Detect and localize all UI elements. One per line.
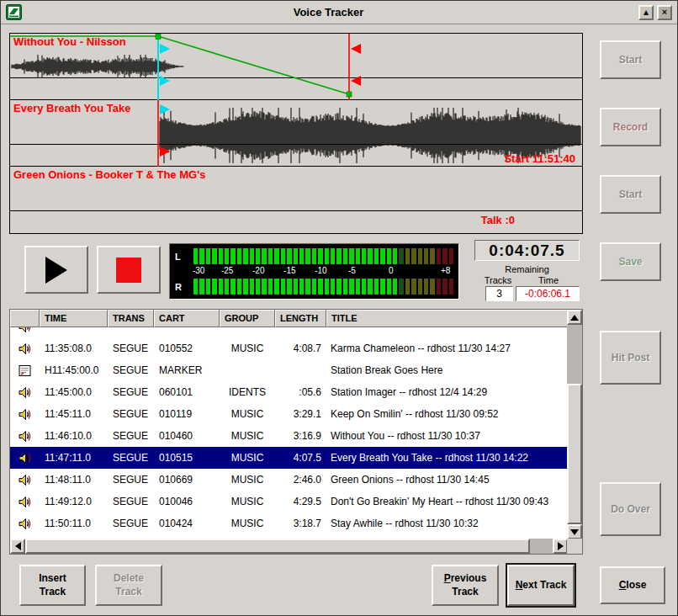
table-row[interactable]	[10, 327, 568, 337]
cell-trans: SEGUE	[108, 474, 154, 486]
talk-time-label: Talk :0	[481, 214, 515, 226]
header-cell-trans[interactable]: TRANS	[108, 310, 154, 327]
cell-trans: SEGUE	[108, 518, 154, 529]
table-row[interactable]: 11:50:11.0 SEGUE 010424 MUSIC 3:18.7 Sta…	[10, 512, 568, 534]
remaining-tracks-label: Tracks	[476, 275, 520, 285]
envelope-handle	[347, 92, 352, 97]
cell-time: 11:45:00.0	[40, 386, 108, 398]
cell-title: Without You -- rdhost 11/30 10:37	[326, 430, 568, 442]
track-panel-1[interactable]: Without You - Nilsson	[10, 34, 582, 100]
table-row[interactable]: 11:47:11.0 SEGUE 010515 MUSIC 4:07.5 Eve…	[10, 447, 568, 469]
horizontal-scrollbar[interactable]	[10, 539, 568, 554]
header-cell-time[interactable]: TIME	[40, 310, 108, 327]
meter-scale-label: -15	[283, 266, 295, 275]
header-cell-cart[interactable]: CART	[154, 310, 220, 327]
header-cell-title[interactable]: TITLE	[326, 310, 568, 327]
cell-group: MUSIC	[220, 496, 275, 507]
segue-marker-icon	[160, 104, 170, 114]
arrow-down-icon	[570, 529, 579, 535]
meter-right-label: R	[175, 279, 192, 295]
remaining-label: Remaining	[474, 264, 580, 274]
marker-icon	[18, 364, 32, 378]
cell-length: 3:29.1	[275, 408, 326, 420]
vertical-scrollbar[interactable]	[567, 310, 582, 539]
scroll-up-button[interactable]	[567, 310, 582, 325]
track-1-title: Without You - Nilsson	[13, 35, 126, 48]
track-panel-2[interactable]: Every Breath You Take Start 11:51:40	[10, 100, 582, 167]
next-track-button[interactable]: Next Track	[507, 565, 575, 606]
meter-scale: -30-25-20-15-10-50+8	[193, 266, 453, 277]
meter-scale-label: -5	[348, 266, 356, 275]
cell-cart: 010046	[154, 496, 220, 507]
cell-cart: 010515	[154, 452, 220, 464]
cell-time: 11:47:11.0	[40, 452, 108, 464]
cell-trans: SEGUE	[108, 408, 154, 420]
track-2-title: Every Breath You Take	[13, 102, 130, 114]
titlebar[interactable]: Voice Tracker ▴ ×	[1, 1, 677, 24]
cell-length: 4:08.7	[275, 343, 326, 354]
play-button[interactable]	[24, 246, 88, 294]
scroll-left-button[interactable]	[10, 539, 25, 554]
elapsed-time-display: 0:04:07.5	[474, 240, 580, 261]
header-cell-length[interactable]: LENGTH	[275, 310, 326, 327]
log-header: TIME TRANS CART GROUP LENGTH TITLE	[10, 310, 568, 327]
header-cell-icon[interactable]	[10, 310, 40, 327]
track-panel-3[interactable]: Green Onions - Booker T & The MG's Talk …	[10, 167, 582, 233]
meter-scale-label: -20	[252, 266, 264, 275]
h-scroll-thumb[interactable]	[25, 539, 530, 554]
do-over-button: Do Over	[600, 482, 661, 536]
cell-title: Karma Chameleon -- rdhost 11/30 14:27	[326, 343, 568, 354]
cell-group: MUSIC	[220, 343, 275, 354]
start-bottom-button: Start	[600, 175, 661, 214]
cell-length: 4:29.5	[275, 496, 326, 507]
table-row[interactable]: H11:45:00.0 SEGUE MARKER Station Break G…	[10, 359, 568, 381]
arrow-left-icon	[15, 542, 21, 550]
track-2-start-time: Start 11:51:40	[504, 152, 575, 165]
cell-trans: SEGUE	[108, 364, 154, 376]
meter-scale-label: +8	[441, 266, 450, 275]
scroll-down-button[interactable]	[567, 524, 582, 539]
cell-cart: MARKER	[154, 364, 220, 376]
cell-length: 3:18.7	[275, 518, 326, 529]
scroll-right-button[interactable]	[553, 539, 568, 554]
cell-trans: SEGUE	[108, 496, 154, 507]
cell-time: H11:45:00.0	[40, 364, 108, 376]
hit-post-button: Hit Post	[600, 331, 661, 385]
table-row[interactable]: 11:45:11.0 SEGUE 010119 MUSIC 3:29.1 Kee…	[10, 403, 568, 425]
v-scroll-thumb[interactable]	[567, 384, 582, 524]
table-row[interactable]: 11:45:00.0 SEGUE 060101 IDENTS :05.6 Sta…	[10, 381, 568, 403]
cell-time: 11:46:10.0	[40, 430, 108, 442]
cell-title: Station Imager -- rdhost 12/4 14:29	[326, 386, 568, 398]
meter-scale-label: -30	[193, 266, 204, 275]
cell-title: Station Break Goes Here	[326, 364, 568, 376]
cell-length: 4:07.5	[275, 452, 326, 464]
cell-group: MUSIC	[220, 408, 275, 420]
fade-marker-icon	[351, 44, 361, 54]
remaining-tracks-value: 3	[485, 286, 513, 301]
speaker-icon	[18, 407, 32, 422]
cell-group: MUSIC	[220, 452, 275, 464]
header-cell-group[interactable]: GROUP	[220, 310, 275, 327]
shade-button[interactable]: ▴	[638, 5, 654, 20]
record-button: Record	[600, 108, 661, 146]
meter-left-label: L	[175, 248, 192, 264]
table-row[interactable]: 11:46:10.0 SEGUE 010460 MUSIC 3:16.9 Wit…	[10, 425, 568, 447]
table-row[interactable]: 11:35:08.0 SEGUE 010552 MUSIC 4:08.7 Kar…	[10, 337, 568, 359]
previous-track-button[interactable]: Previous Track	[432, 565, 499, 606]
close-button[interactable]: Close	[600, 566, 665, 604]
titlebar-close-button[interactable]: ×	[657, 5, 672, 20]
log-viewport: 11:35:08.0 SEGUE 010552 MUSIC 4:08.7 Kar…	[10, 327, 568, 540]
speaker-icon	[18, 327, 32, 334]
cell-time: 11:49:12.0	[40, 496, 108, 507]
table-row[interactable]: 11:49:12.0 SEGUE 010046 MUSIC 4:29.5 Don…	[10, 491, 568, 512]
segue-marker-icon	[160, 76, 170, 86]
remaining-time-label: Time	[527, 275, 570, 285]
stop-button[interactable]	[97, 246, 161, 294]
meter-scale-label: 0	[389, 266, 394, 275]
table-row[interactable]: 11:48:11.0 SEGUE 010669 MUSIC 2:46.0 Gre…	[10, 469, 568, 491]
window-title: Voice Tracker	[22, 6, 635, 19]
stop-icon	[116, 258, 141, 283]
log-table: TIME TRANS CART GROUP LENGTH TITLE	[9, 309, 583, 555]
insert-track-button[interactable]: Insert Track	[19, 565, 86, 606]
cell-length: 2:46.0	[275, 474, 326, 486]
